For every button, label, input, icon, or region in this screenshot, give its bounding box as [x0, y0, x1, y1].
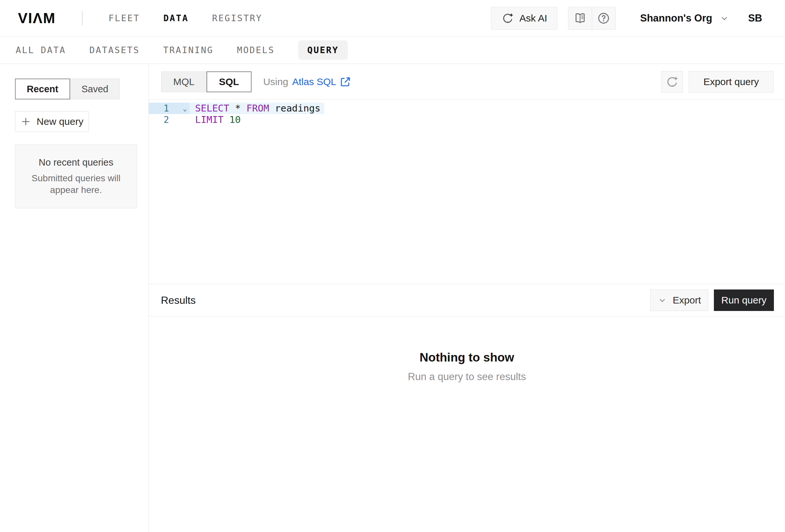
results-header: Results Export Run query [149, 284, 785, 317]
viam-logo[interactable]: VIΛM [18, 10, 56, 26]
top-nav: VIΛM FLEET DATA REGISTRY Ask AI [0, 0, 785, 36]
recent-tab[interactable]: Recent [15, 79, 70, 100]
chevron-down-icon [719, 14, 729, 23]
fold-chevron-icon[interactable]: ⌄ [183, 105, 187, 112]
tab-all-data[interactable]: ALL DATA [16, 41, 66, 60]
nav-link-registry[interactable]: REGISTRY [212, 13, 262, 23]
sql-tab[interactable]: SQL [206, 71, 252, 92]
mql-tab[interactable]: MQL [161, 71, 206, 92]
ai-sparkle-refresh-icon [665, 75, 679, 89]
sql-keyword: SELECT [195, 103, 229, 114]
results-empty-state: Nothing to show Run a query to see resul… [149, 317, 785, 532]
plus-icon [20, 116, 31, 127]
docs-book-icon [574, 12, 587, 25]
atlas-sql-link[interactable]: Atlas SQL [292, 76, 351, 87]
new-query-button[interactable]: New query [15, 111, 89, 132]
empty-state-subtitle: Submitted queries will appear here. [27, 172, 125, 196]
help-icon [597, 12, 610, 25]
sql-code-editor[interactable]: 1 ⌄ SELECT * FROM readings 2 LIMIT 10 [149, 100, 785, 284]
logo-divider [82, 11, 82, 25]
sql-number-literal: 10 [229, 114, 241, 126]
nav-link-data[interactable]: DATA [163, 13, 188, 23]
code-line-1: 1 ⌄ SELECT * FROM readings [149, 103, 785, 114]
recent-saved-toggle: Recent Saved [15, 79, 148, 100]
sql-star: * [235, 103, 240, 114]
run-query-label: Run query [721, 295, 766, 306]
sql-table-name: readings [269, 103, 321, 114]
ai-sparkle-refresh-icon [501, 12, 514, 25]
data-sub-nav: ALL DATA DATASETS TRAINING MODELS QUERY [0, 36, 785, 64]
saved-tab[interactable]: Saved [70, 79, 120, 100]
help-icon-group [568, 7, 616, 30]
external-link-icon [340, 76, 351, 87]
export-query-label: Export query [704, 76, 759, 87]
language-toggle: MQL SQL [161, 71, 252, 92]
user-avatar-initials[interactable]: SB [748, 12, 762, 24]
line-number: 1 [149, 103, 169, 114]
org-name: Shannon's Org [640, 12, 712, 24]
tab-training[interactable]: TRAINING [163, 41, 213, 60]
tab-models[interactable]: MODELS [237, 41, 275, 60]
org-switcher[interactable]: Shannon's Org [640, 12, 729, 24]
code-line-1-text: SELECT * FROM readings [189, 103, 324, 114]
ask-ai-button[interactable]: Ask AI [491, 7, 557, 30]
results-empty-subtitle: Run a query to see results [408, 371, 526, 383]
using-label: Using [263, 76, 288, 87]
tab-query[interactable]: QUERY [298, 41, 348, 60]
results-actions: Export Run query [650, 290, 774, 311]
query-sidebar: Recent Saved New query No recent queries… [0, 64, 149, 532]
ask-ai-label: Ask AI [520, 13, 547, 24]
sql-keyword: LIMIT [195, 114, 224, 126]
using-atlas-sql: Using Atlas SQL [263, 76, 351, 87]
results-title: Results [161, 294, 196, 307]
sql-keyword: FROM [246, 103, 269, 114]
chevron-down-icon [658, 296, 667, 305]
results-empty-title: Nothing to show [420, 351, 514, 365]
top-nav-right: Ask AI [491, 7, 762, 30]
export-results-button[interactable]: Export [650, 290, 708, 311]
export-results-label: Export [673, 295, 701, 306]
code-line-2: 2 LIMIT 10 [149, 114, 785, 126]
documentation-button[interactable] [568, 7, 592, 29]
help-button[interactable] [592, 7, 615, 29]
nav-link-fleet[interactable]: FLEET [109, 13, 140, 23]
page-content: Recent Saved New query No recent queries… [0, 64, 785, 532]
query-main-panel: MQL SQL Using Atlas SQL [149, 64, 785, 532]
line-2-gutter: 2 [149, 114, 189, 126]
line-1-gutter: 1 ⌄ [149, 103, 189, 114]
new-query-label: New query [36, 116, 83, 127]
ai-generate-query-button[interactable] [661, 71, 683, 92]
top-nav-links: FLEET DATA REGISTRY [109, 13, 262, 23]
query-toolbar: MQL SQL Using Atlas SQL [149, 64, 785, 100]
export-query-button[interactable]: Export query [689, 71, 774, 92]
empty-state-title: No recent queries [39, 157, 113, 168]
line-number: 2 [149, 114, 169, 126]
recent-queries-empty-state: No recent queries Submitted queries will… [15, 144, 137, 208]
atlas-sql-link-label: Atlas SQL [292, 76, 336, 87]
tab-datasets[interactable]: DATASETS [90, 41, 140, 60]
code-line-2-text: LIMIT 10 [189, 114, 245, 126]
toolbar-right-actions: Export query [661, 71, 774, 92]
run-query-button[interactable]: Run query [714, 290, 774, 311]
